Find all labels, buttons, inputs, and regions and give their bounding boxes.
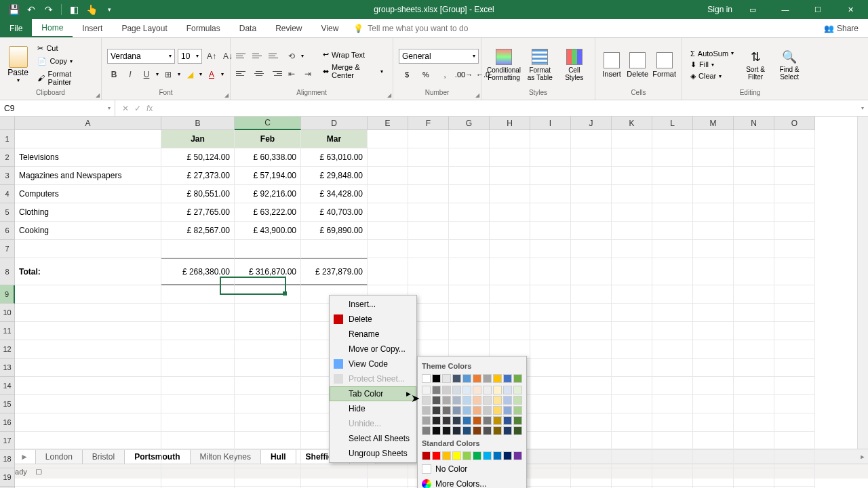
cell[interactable]: £ 40,703.00: [301, 203, 368, 222]
cell[interactable]: [693, 222, 734, 240]
cell[interactable]: £ 63,010.00: [301, 148, 368, 167]
cell[interactable]: [612, 222, 652, 240]
ribbon-tab-page-layout[interactable]: Page Layout: [112, 19, 176, 37]
cell[interactable]: [15, 395, 161, 413]
cell[interactable]: [652, 203, 693, 222]
color-swatch[interactable]: [503, 386, 512, 394]
cell[interactable]: £ 63,222.00: [235, 203, 301, 222]
color-swatch[interactable]: [462, 386, 471, 394]
cell[interactable]: £ 27,765.00: [161, 203, 235, 222]
color-swatch[interactable]: [473, 426, 481, 435]
cell[interactable]: [612, 240, 652, 258]
color-swatch[interactable]: [503, 416, 512, 425]
autosum-button[interactable]: ΣAutoSum▾: [688, 49, 736, 58]
cell[interactable]: [774, 185, 815, 203]
color-swatch[interactable]: [462, 451, 471, 460]
cell[interactable]: [734, 258, 774, 285]
tell-me-search[interactable]: 💡 Tell me what you want to do: [353, 19, 468, 37]
color-swatch[interactable]: [473, 406, 481, 415]
cell[interactable]: [612, 340, 652, 359]
color-swatch[interactable]: [462, 396, 471, 405]
cell[interactable]: [408, 167, 449, 185]
row-header-2[interactable]: 2: [0, 148, 15, 167]
cell[interactable]: Feb: [235, 130, 301, 148]
dialog-launcher-icon[interactable]: ◢: [387, 92, 391, 98]
cell[interactable]: [161, 413, 235, 432]
color-swatch[interactable]: [432, 386, 441, 394]
cell[interactable]: £ 268,380.00: [161, 258, 235, 285]
color-swatch[interactable]: [513, 374, 522, 383]
row-header-11[interactable]: 11: [0, 322, 15, 340]
column-header-O[interactable]: O: [774, 117, 815, 130]
cell[interactable]: [693, 304, 734, 322]
cell[interactable]: [449, 148, 490, 167]
cell[interactable]: Televisions: [15, 148, 161, 167]
cell[interactable]: [571, 185, 612, 203]
cell[interactable]: [235, 359, 301, 377]
cell[interactable]: [490, 148, 530, 167]
cell[interactable]: [652, 304, 693, 322]
cell[interactable]: [734, 185, 774, 203]
cell[interactable]: [571, 377, 612, 395]
borders-icon[interactable]: ⊞: [161, 68, 175, 81]
cell[interactable]: £ 27,373.00: [161, 167, 235, 185]
cell[interactable]: [368, 222, 408, 240]
color-swatch[interactable]: [432, 406, 441, 415]
cell[interactable]: [15, 359, 161, 377]
cell[interactable]: [734, 203, 774, 222]
color-swatch[interactable]: [473, 374, 481, 383]
row-header-6[interactable]: 6: [0, 222, 15, 240]
cell[interactable]: [235, 395, 301, 413]
cell[interactable]: £ 92,216.00: [235, 185, 301, 203]
cell[interactable]: [449, 304, 490, 322]
cell[interactable]: [161, 359, 235, 377]
row-header-9[interactable]: 9: [0, 285, 15, 304]
cell[interactable]: [571, 304, 612, 322]
color-swatch[interactable]: [432, 451, 441, 460]
color-swatch[interactable]: [422, 386, 431, 394]
cell[interactable]: [693, 432, 734, 450]
cell[interactable]: [15, 240, 161, 258]
row-header-13[interactable]: 13: [0, 359, 15, 377]
color-swatch[interactable]: [442, 374, 451, 383]
cell[interactable]: [571, 285, 612, 304]
cell[interactable]: £ 60,338.00: [235, 148, 301, 167]
format-painter-button[interactable]: 🖌Format Painter: [35, 68, 96, 87]
cell[interactable]: [530, 167, 571, 185]
cell[interactable]: [652, 185, 693, 203]
color-swatch[interactable]: [432, 374, 441, 383]
cell[interactable]: [612, 377, 652, 395]
color-swatch[interactable]: [442, 386, 451, 394]
underline-button[interactable]: U: [140, 68, 153, 81]
cell[interactable]: [693, 450, 734, 468]
color-swatch[interactable]: [503, 374, 512, 383]
qat-customize-icon[interactable]: ▾: [101, 1, 117, 18]
color-swatch[interactable]: [493, 386, 502, 394]
cell[interactable]: [571, 340, 612, 359]
cell[interactable]: [530, 285, 571, 304]
row-header-5[interactable]: 5: [0, 203, 15, 222]
ribbon-tab-view[interactable]: View: [312, 19, 349, 37]
cell[interactable]: [652, 258, 693, 285]
color-swatch[interactable]: [442, 426, 451, 435]
ctx-hide[interactable]: Hide: [330, 401, 416, 416]
cell[interactable]: [530, 240, 571, 258]
color-swatch[interactable]: [493, 416, 502, 425]
color-swatch[interactable]: [473, 416, 481, 425]
row-header-1[interactable]: 1: [0, 130, 15, 148]
ribbon-tab-home[interactable]: Home: [32, 19, 73, 37]
cell[interactable]: [774, 432, 815, 450]
cell[interactable]: [734, 148, 774, 167]
cell[interactable]: [734, 285, 774, 304]
color-swatch[interactable]: [473, 451, 481, 460]
row-header-12[interactable]: 12: [0, 340, 15, 359]
column-header-H[interactable]: H: [490, 117, 530, 130]
ribbon-tab-formulas[interactable]: Formulas: [177, 19, 230, 37]
cell[interactable]: [235, 340, 301, 359]
font-name-combo[interactable]: Verdana▾: [107, 49, 175, 64]
cell[interactable]: [774, 148, 815, 167]
cell[interactable]: [774, 395, 815, 413]
cell[interactable]: [301, 468, 368, 487]
cell[interactable]: [571, 450, 612, 468]
expand-formula-icon[interactable]: ▾: [857, 100, 868, 116]
